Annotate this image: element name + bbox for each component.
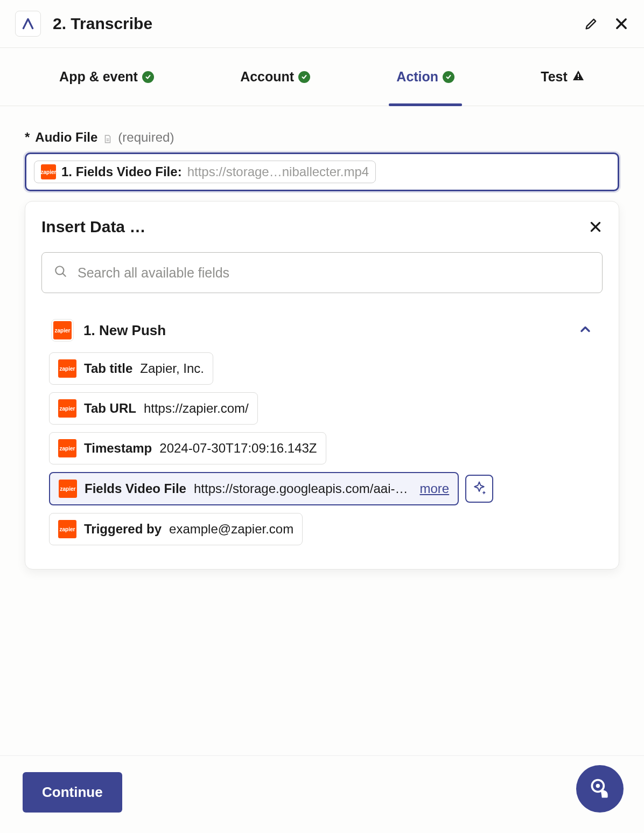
insert-data-panel: Insert Data … zapier 1. New Push [25,201,619,570]
ai-sparkle-button[interactable] [465,475,493,503]
zapier-icon: zapier [58,359,76,378]
item-value: https://storage.googleapis.com/aai-… [194,481,408,496]
field-item-tab-title[interactable]: zapier Tab title Zapier, Inc. [49,352,213,385]
item-label: Tab URL [84,401,136,416]
zapier-icon: zapier [41,164,56,179]
item-label: Fields Video File [85,481,186,496]
tab-label: Action [396,69,438,85]
svg-rect-1 [578,78,579,79]
field-item-tab-url[interactable]: zapier Tab URL https://zapier.com/ [49,392,258,425]
tab-label: Account [240,69,294,85]
item-value: 2024-07-30T17:09:16.143Z [159,441,317,456]
audio-file-label: Audio File [35,130,97,145]
data-group: zapier 1. New Push zapier Tab title Zapi… [41,307,603,550]
audio-file-input[interactable]: zapier 1. Fields Video File: https://sto… [25,152,619,191]
more-link[interactable]: more [420,481,450,496]
field-items: zapier Tab title Zapier, Inc. zapier Tab… [46,352,598,545]
group-app-icon: zapier [51,319,74,342]
tab-action[interactable]: Action [389,48,462,106]
step-tabs: App & event Account Action Test [0,48,644,106]
bottom-bar: Continue [0,755,644,833]
item-value: example@zapier.com [169,522,293,537]
zapier-icon: zapier [58,520,76,538]
help-fab[interactable] [576,765,624,813]
group-title: 1. New Push [83,322,578,339]
zapier-icon: zapier [58,399,76,418]
item-value: https://zapier.com/ [144,401,249,416]
status-ok-icon [443,71,454,83]
step-title: 2. Transcribe [53,15,584,33]
pill-value: https://storage…niballecter.mp4 [187,164,369,179]
item-label: Timestamp [84,441,152,456]
close-step-icon[interactable] [614,16,629,31]
required-asterisk: * [25,130,30,145]
step-header: 2. Transcribe [0,0,644,48]
chevron-up-icon[interactable] [578,322,593,339]
field-item-video-file[interactable]: zapier Fields Video File https://storage… [49,472,459,505]
item-value: Zapier, Inc. [140,361,204,376]
status-ok-icon [298,71,310,83]
svg-point-4 [596,784,600,788]
zapier-icon: zapier [53,321,72,339]
doc-icon [103,132,113,143]
tab-label: App & event [59,69,138,85]
close-panel-icon[interactable] [589,220,603,234]
pill-label: 1. Fields Video File: [61,164,182,179]
tab-app-event[interactable]: App & event [52,48,162,106]
zapier-icon: zapier [58,439,76,457]
tab-account[interactable]: Account [233,48,318,106]
status-warn-icon [572,69,585,85]
field-value-pill[interactable]: zapier 1. Fields Video File: https://sto… [34,161,376,183]
status-ok-icon [142,71,154,83]
item-label: Triggered by [84,522,162,537]
continue-button[interactable]: Continue [23,772,122,813]
required-text: (required) [118,130,174,145]
zapier-icon: zapier [59,480,77,498]
group-header[interactable]: zapier 1. New Push [46,316,598,352]
search-input[interactable] [78,265,590,281]
rename-icon[interactable] [584,16,599,31]
field-item-timestamp[interactable]: zapier Timestamp 2024-07-30T17:09:16.143… [49,432,326,464]
tab-label: Test [541,69,568,85]
app-icon [15,11,41,37]
action-content: * Audio File (required) zapier 1. Fields… [0,106,644,570]
tab-test[interactable]: Test [533,48,592,106]
svg-rect-0 [578,74,579,77]
item-label: Tab title [84,361,132,376]
audio-file-label-row: * Audio File (required) [25,130,619,145]
search-icon [54,265,68,281]
panel-title: Insert Data … [41,218,145,236]
search-fields[interactable] [41,252,603,293]
field-item-triggered-by[interactable]: zapier Triggered by example@zapier.com [49,513,303,545]
